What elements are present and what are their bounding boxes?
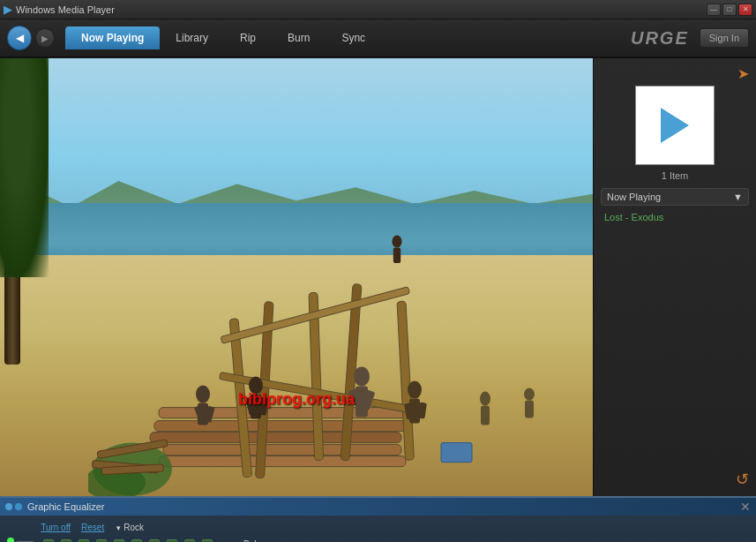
tab-now-playing[interactable]: Now Playing <box>65 26 160 49</box>
svg-point-12 <box>196 386 210 403</box>
video-area[interactable]: biblprog.org.ua <box>0 58 593 496</box>
tab-burn[interactable]: Burn <box>272 26 326 49</box>
construction-scene <box>88 124 591 496</box>
tree-foliage <box>0 58 49 277</box>
sidebar-arrow-right[interactable]: ➤ <box>737 65 749 82</box>
back-button[interactable]: ◀ <box>7 26 32 50</box>
maximize-button[interactable]: □ <box>722 4 737 16</box>
close-button[interactable]: ✕ <box>738 4 752 16</box>
eq-channel-1[interactable]: ─┬─ <box>7 537 34 542</box>
svg-rect-1 <box>154 421 410 432</box>
minimize-button[interactable]: — <box>707 4 721 16</box>
eq-preset-dropdown[interactable]: Rock <box>115 523 144 532</box>
eq-turn-off-link[interactable]: Turn off <box>41 523 71 532</box>
now-playing-dropdown[interactable]: Now Playing ▼ <box>601 188 749 206</box>
right-sidebar: ➤ 1 Item Now Playing ▼ Lost - Exodus ↺ <box>593 58 756 496</box>
svg-rect-33 <box>525 401 534 418</box>
svg-rect-3 <box>163 445 401 455</box>
svg-rect-29 <box>393 248 400 264</box>
eq-reset-link[interactable]: Reset <box>81 523 104 532</box>
playlist-item[interactable]: Lost - Exodus <box>601 209 749 225</box>
watermark: biblprog.org.ua <box>238 390 355 409</box>
eq-title: Graphic Equalizer <box>27 501 735 512</box>
svg-point-28 <box>392 236 401 248</box>
app-title: Windows Media Player <box>16 4 707 15</box>
now-playing-label: Now Playing <box>607 192 661 202</box>
eq-dots <box>5 503 22 510</box>
app-icon: ▶ <box>4 3 12 16</box>
window-controls: — □ ✕ <box>707 4 752 16</box>
eq-close-button[interactable]: ✕ <box>740 500 751 514</box>
eq-controls-row: Turn off Reset Rock <box>41 523 286 532</box>
svg-rect-2 <box>150 433 401 443</box>
svg-point-32 <box>524 388 535 401</box>
eq-dot-2 <box>15 503 22 510</box>
tab-sync[interactable]: Sync <box>326 26 381 49</box>
main-content: biblprog.org.ua ➤ 1 Item Now Playing ▼ L… <box>0 58 756 496</box>
nav-bar: ◀ ▶ Now Playing Library Rip Burn Sync UR… <box>0 19 756 58</box>
svg-rect-34 <box>441 443 472 463</box>
nav-tabs: Now Playing Library Rip Burn Sync <box>65 26 631 49</box>
tab-rip[interactable]: Rip <box>224 26 272 49</box>
eq-dot-1 <box>5 503 12 510</box>
svg-point-20 <box>354 367 370 387</box>
svg-point-30 <box>480 392 490 406</box>
dropdown-arrow-icon: ▼ <box>733 192 743 202</box>
svg-point-24 <box>408 381 422 399</box>
video-scene: biblprog.org.ua <box>0 58 593 496</box>
eq-channel-dot-1 <box>7 538 14 542</box>
sidebar-shuffle-icon[interactable]: ↺ <box>736 470 749 489</box>
tab-library[interactable]: Library <box>160 26 224 49</box>
svg-rect-31 <box>481 406 490 425</box>
eq-channel-group: ─┬─ ─┬─ ─┬─ <box>7 537 34 542</box>
eq-titlebar: Graphic Equalizer ✕ <box>0 498 756 516</box>
urge-logo: URGE <box>631 28 689 49</box>
eq-panel: Graphic Equalizer ✕ ─┬─ ─┬─ ─┬─ Turn off… <box>0 496 756 542</box>
thumbnail-play-icon <box>661 108 689 143</box>
forward-button[interactable]: ▶ <box>35 28 55 48</box>
title-bar: ▶ Windows Media Player — □ ✕ <box>0 0 756 19</box>
item-count: 1 Item <box>662 170 689 181</box>
svg-rect-4 <box>159 456 406 467</box>
thumbnail-box[interactable] <box>635 86 715 165</box>
sign-in-button[interactable]: Sign In <box>700 28 749 48</box>
